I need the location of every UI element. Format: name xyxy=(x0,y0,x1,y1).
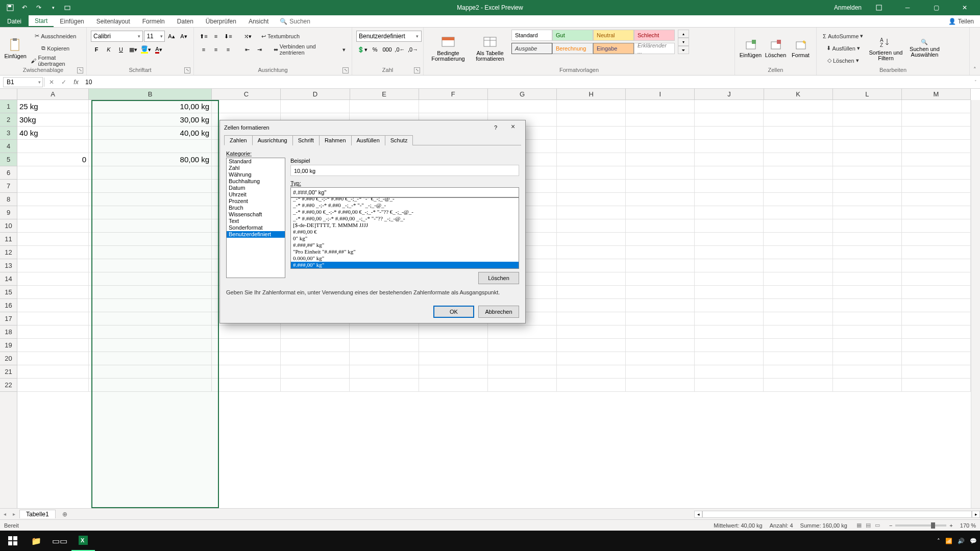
ribbon-tab-daten[interactable]: Daten xyxy=(171,15,200,27)
zoom-level[interactable]: 170 % xyxy=(960,522,976,529)
type-option[interactable]: _-* #.##0,00 €_-;-* #.##0,00 €_-;_-* "-"… xyxy=(291,209,519,215)
system-tray[interactable]: ˄ 📶 🔊 💬 xyxy=(937,538,979,544)
cell[interactable] xyxy=(626,339,695,352)
cell[interactable] xyxy=(350,325,419,339)
minimize-icon[interactable]: ─ xyxy=(896,0,919,15)
ribbon-tab-seitenlayout[interactable]: Seitenlayout xyxy=(90,15,136,27)
cell[interactable] xyxy=(557,339,626,352)
paste-button[interactable]: Einfügen xyxy=(4,30,27,67)
cell[interactable] xyxy=(764,299,832,312)
cell[interactable] xyxy=(902,339,971,352)
cell[interactable] xyxy=(626,325,695,339)
dialog-help-button[interactable]: ? xyxy=(488,124,503,131)
cell[interactable] xyxy=(695,140,764,153)
save-icon[interactable] xyxy=(4,2,16,14)
column-header[interactable]: H xyxy=(557,89,626,99)
type-list[interactable]: _-* #.##0 €_-;-* #.##0 €_-;_-* "-" €_-;_… xyxy=(290,197,519,269)
clear-button[interactable]: ◇ Löschen ▾ xyxy=(821,55,865,66)
cell[interactable] xyxy=(350,379,419,392)
style-ausgabe[interactable]: Ausgabe xyxy=(511,43,552,54)
cell[interactable] xyxy=(764,312,832,325)
cell[interactable]: 80,00 kg xyxy=(89,153,212,166)
dialog-tab[interactable]: Schutz xyxy=(385,135,413,145)
cell[interactable] xyxy=(695,100,764,113)
autosum-button[interactable]: Σ AutoSumme ▾ xyxy=(821,31,865,42)
bold-button[interactable]: F xyxy=(91,44,102,55)
cell[interactable] xyxy=(281,379,350,392)
horizontal-scrollbar[interactable]: ◂ ▸ xyxy=(694,510,980,518)
cell[interactable] xyxy=(833,153,902,166)
cell[interactable] xyxy=(89,365,212,379)
row-headers[interactable]: 12345678910111213141516171819202122 xyxy=(0,100,17,508)
sort-filter-button[interactable]: AZSortieren und Filtern xyxy=(867,30,904,67)
cell[interactable] xyxy=(902,365,971,379)
cell[interactable] xyxy=(488,325,557,339)
column-header[interactable]: D xyxy=(281,89,350,99)
cell[interactable] xyxy=(281,365,350,379)
type-option[interactable]: _-* #.##0,00 _-;-* #.##0,00 _-;_-* "-"??… xyxy=(291,215,519,222)
row-header[interactable]: 18 xyxy=(0,325,17,339)
tray-network-icon[interactable]: 📶 xyxy=(945,538,952,544)
cell[interactable] xyxy=(89,352,212,365)
cell[interactable] xyxy=(902,219,971,233)
cell[interactable] xyxy=(557,233,626,246)
cell[interactable] xyxy=(833,259,902,272)
select-all-corner[interactable] xyxy=(0,89,17,100)
type-option[interactable]: #.###,##" kg" xyxy=(291,242,519,248)
find-select-button[interactable]: 🔍Suchen und Auswählen xyxy=(906,30,943,67)
cell[interactable] xyxy=(902,379,971,392)
row-header[interactable]: 6 xyxy=(0,166,17,180)
cell[interactable] xyxy=(902,193,971,206)
cell[interactable] xyxy=(626,153,695,166)
row-header[interactable]: 1 xyxy=(0,100,17,113)
cell[interactable] xyxy=(764,100,832,113)
tray-volume-icon[interactable]: 🔊 xyxy=(958,538,965,544)
cell[interactable] xyxy=(419,365,488,379)
cancel-button[interactable]: Abbrechen xyxy=(478,306,519,318)
cell[interactable] xyxy=(764,352,832,365)
cell[interactable] xyxy=(89,286,212,299)
border-button[interactable]: ▦▾ xyxy=(128,44,139,55)
row-header[interactable]: 11 xyxy=(0,233,17,246)
cell[interactable] xyxy=(89,166,212,180)
cell[interactable] xyxy=(833,325,902,339)
row-header[interactable]: 5 xyxy=(0,153,17,166)
category-item[interactable]: Bruch xyxy=(227,205,285,211)
sheet-tab[interactable]: Tabelle1 xyxy=(19,510,56,518)
type-option[interactable]: _-* #.##0 €_-;-* #.##0 €_-;_-* "-" €_-;_… xyxy=(291,197,519,202)
underline-button[interactable]: U xyxy=(115,44,127,55)
dialog-close-button[interactable]: × xyxy=(505,122,521,133)
fx-icon[interactable]: fx xyxy=(70,77,82,87)
cell[interactable] xyxy=(557,153,626,166)
cell[interactable] xyxy=(833,365,902,379)
cell[interactable] xyxy=(488,339,557,352)
cell[interactable] xyxy=(695,272,764,286)
cell[interactable] xyxy=(695,339,764,352)
styles-scroll-up[interactable]: ▴ xyxy=(678,30,689,38)
cell[interactable] xyxy=(626,100,695,113)
cell[interactable] xyxy=(833,246,902,259)
cell[interactable] xyxy=(833,219,902,233)
formula-input[interactable] xyxy=(82,77,971,87)
cell[interactable]: 40,00 kg xyxy=(89,127,212,140)
account-label[interactable]: Anmelden xyxy=(834,4,862,11)
row-header[interactable]: 22 xyxy=(0,379,17,392)
column-header[interactable]: M xyxy=(902,89,971,99)
cell[interactable] xyxy=(764,379,832,392)
cell[interactable] xyxy=(89,379,212,392)
cell[interactable] xyxy=(281,325,350,339)
cell[interactable] xyxy=(419,325,488,339)
cell[interactable] xyxy=(833,127,902,140)
cell[interactable] xyxy=(902,312,971,325)
cell[interactable] xyxy=(695,365,764,379)
row-header[interactable]: 19 xyxy=(0,339,17,352)
new-sheet-button[interactable]: ⊕ xyxy=(60,509,70,519)
cell[interactable] xyxy=(833,100,902,113)
cell[interactable] xyxy=(212,365,281,379)
cell[interactable] xyxy=(902,325,971,339)
cell[interactable] xyxy=(557,206,626,219)
cell[interactable] xyxy=(212,352,281,365)
cell[interactable] xyxy=(902,259,971,272)
zoom-slider[interactable]: − + xyxy=(889,522,953,529)
cell[interactable] xyxy=(17,379,89,392)
